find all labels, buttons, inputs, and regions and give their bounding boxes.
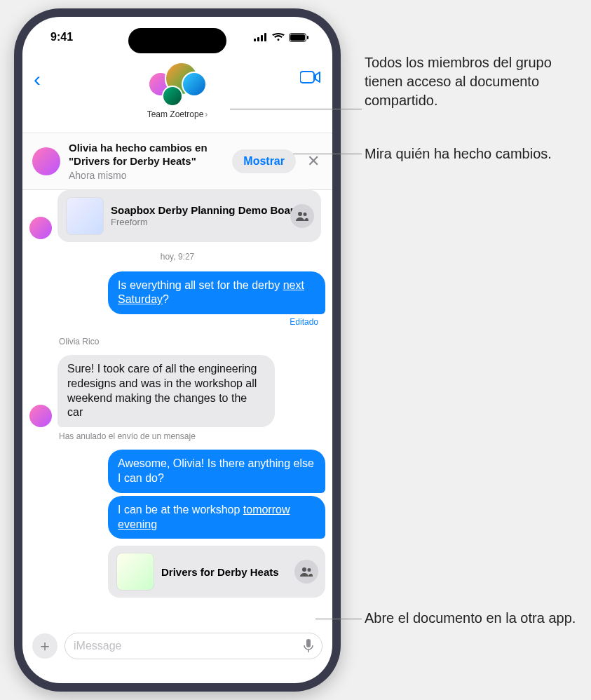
document-title: Soapbox Derby Planning Demo Board xyxy=(111,204,301,216)
compose-bar: ＋ iMessage xyxy=(22,627,332,683)
timestamp: hoy, 9:27 xyxy=(29,252,325,262)
svg-rect-0 xyxy=(254,39,256,41)
conversation-header: ‹ Team Zoetrope › xyxy=(22,58,332,133)
wifi-icon xyxy=(272,33,285,41)
edited-label: Editado xyxy=(29,317,318,327)
svg-point-8 xyxy=(298,212,302,216)
callout-line xyxy=(315,619,362,619)
callout-text: Mira quién ha hecho cambios. xyxy=(365,144,552,163)
dynamic-island xyxy=(128,28,226,53)
group-info-button[interactable]: Team Zoetrope › xyxy=(57,62,297,119)
chevron-right-icon: › xyxy=(205,109,208,119)
callout-line xyxy=(293,154,362,154)
svg-point-11 xyxy=(308,568,311,572)
group-name: Team Zoetrope xyxy=(147,109,204,119)
dictation-icon[interactable] xyxy=(304,639,313,653)
people-icon xyxy=(300,567,313,577)
avatar xyxy=(29,217,52,239)
people-icon xyxy=(296,211,308,221)
sent-message[interactable]: Awesome, Olivia! Is there anything else … xyxy=(108,450,325,493)
document-thumbnail xyxy=(116,553,154,591)
svg-rect-12 xyxy=(306,639,311,647)
shared-document-card[interactable]: Drivers for Derby Heats xyxy=(108,546,325,598)
svg-point-9 xyxy=(304,213,307,216)
svg-rect-6 xyxy=(307,36,308,39)
unsent-label: Has anulado el envío de un mensaje xyxy=(59,431,325,441)
svg-rect-2 xyxy=(261,35,263,41)
screen: 9:41 ‹ xyxy=(22,17,332,683)
svg-rect-5 xyxy=(290,34,305,41)
svg-rect-1 xyxy=(257,37,259,41)
battery-icon xyxy=(289,33,308,42)
notice-timestamp: Ahora mismo xyxy=(69,170,224,181)
cellular-icon xyxy=(254,33,268,41)
document-title: Drivers for Derby Heats xyxy=(161,566,279,578)
collaboration-people-button[interactable] xyxy=(290,204,314,228)
received-message[interactable]: Sure! I took care of all the engineering… xyxy=(57,355,275,427)
collaboration-notice: Olivia ha hecho cambios en "Drivers for … xyxy=(22,133,332,190)
sender-name: Olivia Rico xyxy=(59,337,325,346)
phone-frame: 9:41 ‹ xyxy=(14,8,341,692)
document-app: Freeform xyxy=(111,217,301,227)
show-changes-button[interactable]: Mostrar xyxy=(232,149,296,173)
placeholder: iMessage xyxy=(74,640,121,652)
back-button[interactable]: ‹ xyxy=(34,62,57,91)
callout-text: Todos los miembros del grupo tienen acce… xyxy=(365,53,582,110)
shared-document-card[interactable]: Soapbox Derby Planning Demo Board Freefo… xyxy=(57,190,321,242)
dismiss-notice-button[interactable]: ✕ xyxy=(304,152,322,170)
avatar xyxy=(32,147,60,175)
svg-rect-7 xyxy=(300,72,314,83)
collaboration-people-button[interactable] xyxy=(294,560,318,584)
notice-title: Olivia ha hecho cambios en "Drivers for … xyxy=(69,142,224,168)
document-thumbnail xyxy=(66,197,104,235)
avatar xyxy=(29,405,52,427)
callout-line xyxy=(230,109,362,109)
facetime-button[interactable] xyxy=(297,62,321,84)
sent-message[interactable]: I can be at the workshop tomorrow evenin… xyxy=(108,496,325,539)
status-time: 9:41 xyxy=(50,31,73,43)
avatar xyxy=(162,86,183,107)
message-thread[interactable]: Soapbox Derby Planning Demo Board Freefo… xyxy=(22,190,332,628)
avatar xyxy=(182,72,207,97)
svg-rect-3 xyxy=(264,33,266,41)
svg-point-10 xyxy=(302,567,306,572)
add-attachment-button[interactable]: ＋ xyxy=(32,633,57,659)
sent-message[interactable]: Is everything all set for the derby next… xyxy=(108,271,325,315)
message-input[interactable]: iMessage xyxy=(64,633,322,659)
group-avatars xyxy=(148,62,207,107)
callout-text: Abre el documento en la otra app. xyxy=(365,609,576,628)
